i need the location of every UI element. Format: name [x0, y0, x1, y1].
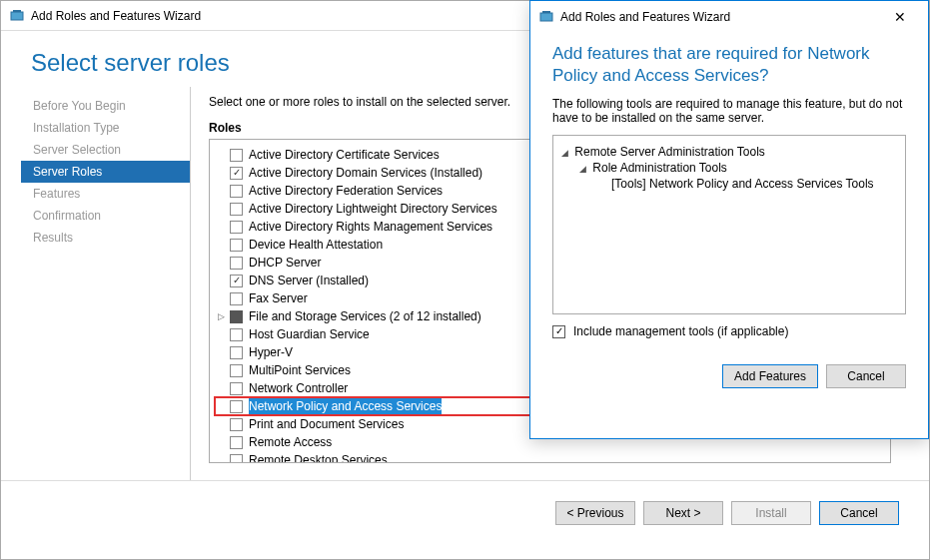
features-tree[interactable]: ◢ Remote Server Administration Tools ◢ R… [552, 135, 906, 314]
role-checkbox[interactable] [230, 454, 243, 464]
role-label: DNS Server (Installed) [249, 273, 369, 288]
role-checkbox[interactable] [230, 382, 243, 395]
role-label: Remote Desktop Services [249, 452, 388, 463]
svg-rect-2 [540, 13, 552, 21]
role-checkbox[interactable] [230, 328, 243, 341]
include-tools-label: Include management tools (if applicable) [573, 324, 788, 338]
tree-item[interactable]: ◢ Role Administration Tools [561, 160, 897, 176]
expand-icon[interactable]: ▷ [218, 308, 228, 324]
role-label: Active Directory Certificate Services [249, 147, 440, 163]
role-label: Hyper-V [249, 344, 293, 360]
role-checkbox[interactable] [230, 418, 243, 431]
sidebar-item-server-roles[interactable]: Server Roles [21, 161, 190, 183]
role-checkbox[interactable] [230, 400, 243, 413]
install-button[interactable]: Install [731, 501, 811, 525]
popup-footer: Add Features Cancel [530, 348, 928, 404]
role-checkbox[interactable] [230, 221, 243, 234]
role-label: Network Controller [249, 380, 348, 396]
close-icon[interactable]: ✕ [880, 3, 920, 31]
role-label: DHCP Server [249, 255, 321, 271]
required-features-popup: Add Roles and Features Wizard ✕ Add feat… [529, 0, 929, 439]
role-checkbox[interactable] [230, 436, 243, 449]
role-label: MultiPoint Services [249, 362, 351, 378]
popup-header: Add features that are required for Netwo… [530, 33, 928, 87]
add-features-button[interactable]: Add Features [722, 364, 818, 388]
role-checkbox[interactable] [230, 275, 243, 287]
app-icon [9, 8, 25, 24]
tree-item[interactable]: ◢ Remote Server Administration Tools [561, 144, 897, 160]
role-checkbox[interactable] [230, 292, 243, 305]
tree-collapse-icon[interactable]: ◢ [579, 164, 589, 174]
role-checkbox[interactable] [230, 310, 243, 323]
sidebar-item-results[interactable]: Results [21, 227, 190, 249]
sidebar-item-server-selection[interactable]: Server Selection [21, 139, 190, 161]
popup-titlebar: Add Roles and Features Wizard ✕ [530, 1, 928, 33]
role-checkbox[interactable] [230, 364, 243, 377]
next-button[interactable]: Next > [643, 501, 723, 525]
role-label: Host Guardian Service [249, 326, 370, 342]
role-checkbox[interactable] [230, 149, 243, 162]
sidebar-item-features[interactable]: Features [21, 183, 190, 205]
role-checkbox[interactable] [230, 239, 243, 252]
popup-cancel-button[interactable]: Cancel [826, 364, 906, 388]
sidebar-item-before-you-begin[interactable]: Before You Begin [21, 95, 190, 117]
role-label: Active Directory Federation Services [249, 183, 443, 199]
wizard-sidebar: Before You BeginInstallation TypeServer … [21, 87, 191, 480]
tree-item[interactable]: [Tools] Network Policy and Access Servic… [561, 176, 897, 192]
sidebar-item-confirmation[interactable]: Confirmation [21, 205, 190, 227]
tree-collapse-icon[interactable]: ◢ [561, 148, 571, 158]
include-tools-row: Include management tools (if applicable) [552, 324, 906, 338]
role-label: Device Health Attestation [249, 237, 383, 253]
svg-rect-1 [13, 10, 21, 12]
role-label: Remote Access [249, 434, 332, 450]
previous-button[interactable]: < Previous [555, 501, 635, 525]
role-label: Print and Document Services [249, 416, 404, 432]
role-checkbox[interactable] [230, 203, 243, 216]
role-checkbox[interactable] [230, 185, 243, 198]
role-label: Network Policy and Access Services [249, 398, 442, 414]
popup-description: The following tools are required to mana… [530, 87, 928, 135]
svg-rect-0 [11, 12, 23, 20]
role-label: Fax Server [249, 290, 308, 306]
popup-title: Add Roles and Features Wizard [560, 10, 730, 24]
cancel-button[interactable]: Cancel [819, 501, 899, 525]
role-label: File and Storage Services (2 of 12 insta… [249, 308, 481, 324]
sidebar-item-installation-type[interactable]: Installation Type [21, 117, 190, 139]
role-label: Active Directory Rights Management Servi… [249, 219, 492, 235]
role-checkbox[interactable] [230, 346, 243, 359]
role-checkbox[interactable] [230, 167, 243, 180]
role-checkbox[interactable] [230, 257, 243, 270]
role-item[interactable]: Remote Desktop Services [214, 451, 886, 463]
role-label: Active Directory Domain Services (Instal… [249, 165, 482, 181]
svg-rect-3 [542, 11, 550, 13]
wizard-footer: < Previous Next > Install Cancel [1, 481, 929, 531]
main-title: Add Roles and Features Wizard [31, 9, 201, 23]
role-label: Active Directory Lightweight Directory S… [249, 201, 497, 217]
popup-app-icon [538, 9, 554, 25]
include-tools-checkbox[interactable] [552, 325, 565, 338]
